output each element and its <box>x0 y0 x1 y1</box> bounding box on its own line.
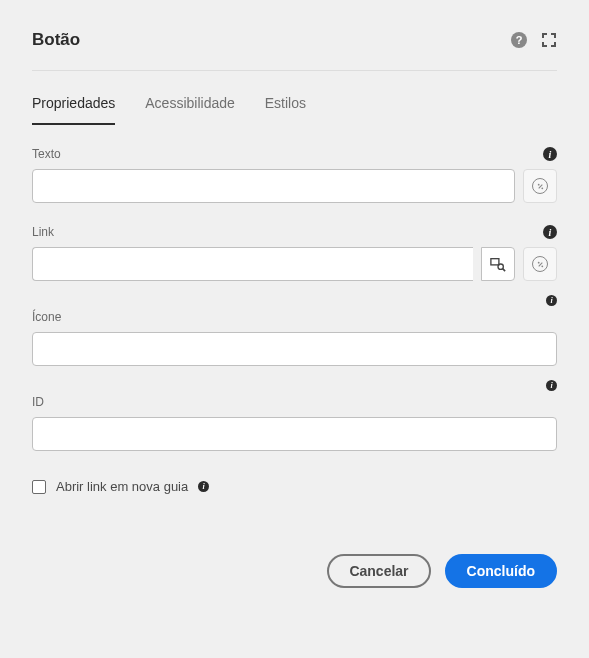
newtab-checkbox[interactable] <box>32 480 46 494</box>
datasource-icon <box>532 256 548 272</box>
dialog-footer: Cancelar Concluído <box>32 554 557 588</box>
input-row <box>32 332 557 366</box>
label-row: Ícone <box>32 310 557 324</box>
newtab-label: Abrir link em nova guia <box>56 479 188 494</box>
id-input[interactable] <box>32 417 557 451</box>
text-input[interactable] <box>32 169 515 203</box>
field-group-text: Texto i <box>32 147 557 203</box>
info-icon[interactable]: i <box>543 225 557 239</box>
info-icon[interactable]: i <box>546 380 557 391</box>
link-label: Link <box>32 225 54 239</box>
tab-styles[interactable]: Estilos <box>265 95 306 125</box>
header-actions: ? <box>511 32 557 48</box>
tab-properties[interactable]: Propriedades <box>32 95 115 125</box>
input-row <box>32 169 557 203</box>
field-group-link: Link i <box>32 225 557 281</box>
done-button[interactable]: Concluído <box>445 554 557 588</box>
svg-point-0 <box>537 183 539 185</box>
path-browse-button[interactable] <box>481 247 515 281</box>
id-label: ID <box>32 395 44 409</box>
svg-point-6 <box>541 265 543 267</box>
dialog-header: Botão ? <box>32 30 557 71</box>
newtab-checkbox-row: Abrir link em nova guia i <box>32 479 557 494</box>
info-icon[interactable]: i <box>198 481 209 492</box>
label-row: Link i <box>32 225 557 239</box>
svg-point-5 <box>537 261 539 263</box>
info-row: i <box>32 295 557 306</box>
icon-input[interactable] <box>32 332 557 366</box>
datasource-button[interactable] <box>523 169 557 203</box>
info-icon[interactable]: i <box>546 295 557 306</box>
info-icon[interactable]: i <box>543 147 557 161</box>
input-row <box>32 247 557 281</box>
label-row: Texto i <box>32 147 557 161</box>
cancel-button[interactable]: Cancelar <box>327 554 430 588</box>
fullscreen-icon[interactable] <box>541 32 557 48</box>
input-row <box>32 417 557 451</box>
datasource-icon <box>532 178 548 194</box>
link-input[interactable] <box>32 247 473 281</box>
dialog-title: Botão <box>32 30 80 50</box>
datasource-button[interactable] <box>523 247 557 281</box>
tab-accessibility[interactable]: Acessibilidade <box>145 95 235 125</box>
info-row: i <box>32 380 557 391</box>
svg-line-4 <box>503 269 505 271</box>
svg-point-3 <box>498 264 503 269</box>
svg-point-1 <box>541 187 543 189</box>
field-group-id: ID <box>32 395 557 451</box>
help-icon[interactable]: ? <box>511 32 527 48</box>
icon-label: Ícone <box>32 310 61 324</box>
field-group-icon: Ícone <box>32 310 557 366</box>
label-row: ID <box>32 395 557 409</box>
text-label: Texto <box>32 147 61 161</box>
svg-rect-2 <box>491 259 499 265</box>
tab-bar: Propriedades Acessibilidade Estilos <box>32 71 557 125</box>
browse-icon <box>490 256 506 272</box>
